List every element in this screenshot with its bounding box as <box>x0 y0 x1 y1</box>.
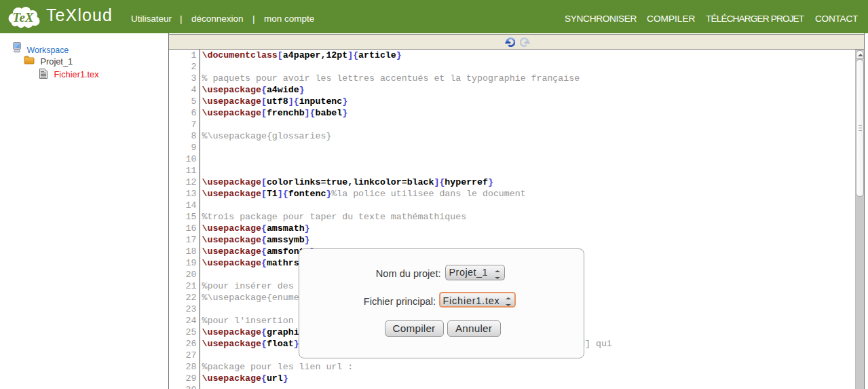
svg-text:TeX: TeX <box>13 10 35 24</box>
